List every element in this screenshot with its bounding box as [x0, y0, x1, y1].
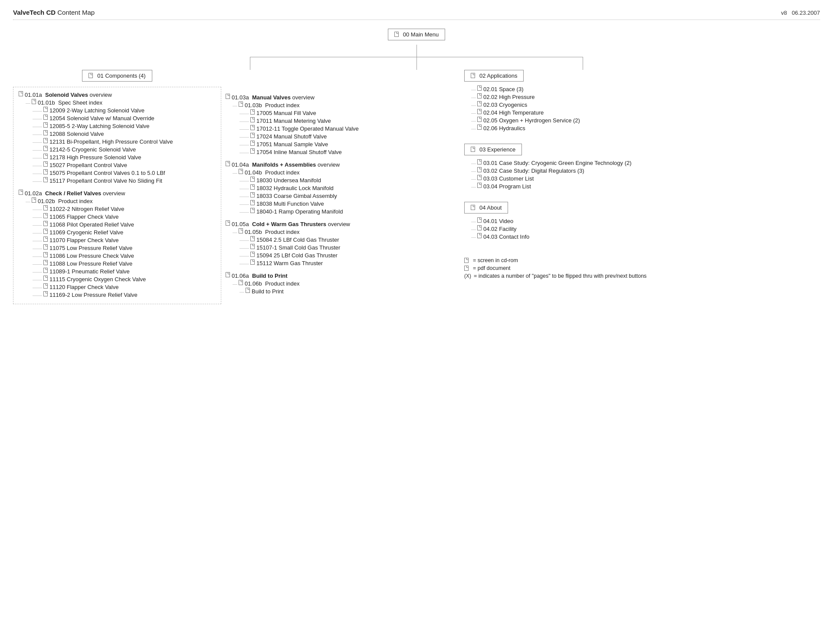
p17005-icon: [250, 109, 255, 115]
p11169-label: 11169-2 Low Pressure Relief Valve: [49, 292, 138, 298]
about-box: 04 About: [464, 202, 508, 214]
manual-products: ——17005 Manual Fill Valve ——17011 Manual…: [226, 110, 460, 155]
root-box: 00 Main Menu: [388, 29, 445, 40]
p11069-icon: [43, 229, 48, 234]
abt-04.01: — 04.01 Video: [464, 218, 820, 224]
prod-12054: ——12054 Solenoid Valve w/ Manual Overrid…: [19, 115, 216, 122]
p12054-label: 12054 Solenoid Valve w/ Manual Override: [49, 115, 154, 122]
p12131-icon: [43, 138, 48, 143]
app-02.01: — 02.01 Space (3): [464, 86, 820, 92]
p11089-icon: [43, 268, 48, 273]
exp-03.01: — 03.01 Case Study: Cryogenic Green Engi…: [464, 160, 820, 166]
prod-18033: ——18033 Coarse Gimbal Assembly: [226, 193, 460, 199]
experience-items: — 03.01 Case Study: Cryogenic Green Engi…: [464, 160, 820, 190]
prod-15117: ——15117 Propellant Control Valve No Slid…: [19, 177, 216, 184]
p11075-label: 11075 Low Pressure Relief Valve: [49, 245, 132, 251]
prod-11115: ——11115 Cryogenic Oxygen Check Valve: [19, 276, 216, 283]
prod-11065: ——11065 Flapper Check Valve: [19, 214, 216, 220]
left-drop: [250, 57, 250, 70]
manifolds-header-text: 01.04a Manifolds + Assemblies overview: [232, 161, 340, 168]
abt-04.03-icon: [477, 233, 482, 238]
p12009-icon: [43, 107, 48, 112]
p15027-icon: [43, 161, 48, 167]
manual-icon: [226, 94, 230, 99]
root-node: 00 Main Menu: [13, 29, 820, 40]
prod-18032: ——18032 Hydraulic Lock Manifold: [226, 185, 460, 191]
prod-12142: ——12142-5 Cryogenic Solenoid Valve: [19, 146, 216, 153]
prod-15112: ——15112 Warm Gas Thruster: [226, 260, 460, 266]
manifolds-section: 01.04a Manifolds + Assemblies overview —…: [226, 161, 460, 215]
p11120-label: 11120 Flapper Check Valve: [49, 284, 118, 290]
manifolds-products: ——18030 Undersea Manifold ——18032 Hydrau…: [226, 177, 460, 215]
applications-items: — 02.01 Space (3) — 02.02 High Pressure …: [464, 86, 820, 131]
p17012-icon: [250, 125, 255, 130]
legend-pages-icon: (X): [464, 273, 471, 279]
prod-11088: ——11088 Low Pressure Relief Valve: [19, 260, 216, 267]
exp-03.04-icon: [477, 183, 482, 188]
p17054-icon: [250, 148, 255, 154]
app-02.04: — 02.04 High Temperature: [464, 109, 820, 116]
p11070-icon: [43, 237, 48, 242]
legend: = screen in cd-rom = pdf document (X) = …: [464, 257, 820, 279]
about-icon: [471, 205, 475, 210]
right-drop: [583, 57, 583, 70]
p17024-icon: [250, 133, 255, 138]
app-02.03-icon: [477, 101, 482, 106]
p11088-icon: [43, 260, 48, 265]
prod-11068: ——11068 Pilot Operated Relief Valve: [19, 221, 216, 228]
thrusters-icon: [226, 220, 230, 226]
app-02.02-icon: [477, 93, 482, 99]
check-products: ——11022-2 Nitrogen Relief Valve ——11065 …: [19, 206, 216, 298]
prod-11069: ——11069 Cryogenic Relief Valve: [19, 229, 216, 236]
p15117-label: 15117 Propellant Control Valve No Slidin…: [49, 177, 162, 184]
prod-15075: ——15075 Propellant Control Valves 0.1 to…: [19, 170, 216, 176]
prod-12088: ——12088 Solenoid Valve: [19, 131, 216, 137]
p18033-icon: [250, 192, 255, 197]
app-02.01-icon: [477, 85, 482, 91]
p18040-icon: [250, 208, 255, 213]
check-index-label: 01.02b Product index: [38, 198, 92, 204]
p18038-icon: [250, 200, 255, 205]
btp-index-label: 01.06b Product index: [245, 280, 299, 287]
p11068-icon: [43, 221, 48, 226]
components-items-box: 01.01a Solenoid Valves overview — 01.01b…: [13, 87, 221, 304]
header: ValveTech CD Content Map v8 06.23.2007: [13, 9, 820, 20]
prod-17051: ——17051 Manual Sample Valve: [226, 141, 460, 148]
p11086-label: 11086 Low Pressure Check Valve: [49, 253, 134, 259]
root-connector: [13, 45, 820, 57]
applications-header: 02 Applications: [464, 70, 820, 82]
p11169-icon: [43, 291, 48, 296]
prod-17024: ——17024 Manual Shutoff Valve: [226, 133, 460, 140]
experience-icon: [471, 147, 475, 152]
p12178-label: 12178 High Pressure Solenoid Valve: [49, 154, 141, 161]
legend-pages: (X) = indicates a number of "pages" to b…: [464, 273, 820, 279]
check-header-text: 01.02a Check / Relief Valves overview: [25, 190, 125, 197]
p15075-icon: [43, 169, 48, 174]
exp-03.03: — 03.03 Customer List: [464, 175, 820, 182]
exp-03.04: — 03.04 Program List: [464, 183, 820, 190]
thrusters-products: ——15084 2.5 LBf Cold Gas Thruster ——1510…: [226, 237, 460, 266]
btp-products: — Build to Print: [226, 288, 460, 295]
p12085-icon: [43, 122, 48, 128]
thrusters-section: 01.05a Cold + Warm Gas Thrusters overvie…: [226, 221, 460, 266]
p15027-label: 15027 Propellant Control Valve: [49, 162, 127, 168]
thrusters-header-text: 01.05a Cold + Warm Gas Thrusters overvie…: [232, 221, 350, 227]
prod-15107: ——15107-1 Small Cold Gas Thruster: [226, 244, 460, 251]
p12054-icon: [43, 115, 48, 120]
btp-prod-icon: [246, 288, 250, 293]
p12009-label: 12009 2-Way Latching Solenoid Valve: [49, 107, 144, 114]
manual-index-icon: [239, 102, 243, 107]
prod-11169: ——11169-2 Low Pressure Relief Valve: [19, 292, 216, 298]
btp-header-text: 01.06a Build to Print: [232, 273, 288, 279]
p11075-icon: [43, 244, 48, 250]
exp-03.01-icon: [477, 159, 482, 164]
p11069-label: 11069 Cryogenic Relief Valve: [49, 229, 123, 236]
prod-11075: ——11075 Low Pressure Relief Valve: [19, 245, 216, 251]
prod-17011: ——17011 Manual Metering Valve: [226, 118, 460, 124]
prod-12131: ——12131 Bi-Propellant, High Pressure Con…: [19, 138, 216, 145]
p12085-label: 12085-5 2-Way Latching Solenoid Valve: [49, 123, 150, 129]
build-to-print-section: 01.06a Build to Print — 01.06b Product i…: [226, 273, 460, 295]
manual-index: — 01.03b Product index: [226, 102, 460, 108]
manifolds-icon: [226, 161, 230, 166]
check-relief-section: 01.02a Check / Relief Valves overview — …: [19, 190, 216, 298]
